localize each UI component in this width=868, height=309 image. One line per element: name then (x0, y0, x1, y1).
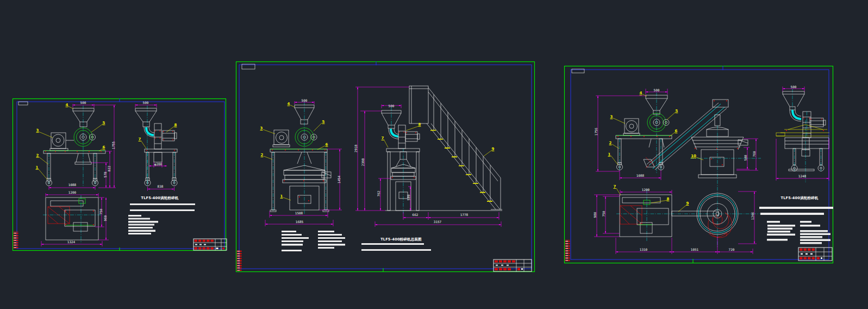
front-view (270, 102, 331, 214)
part-number-label: 8 (174, 123, 177, 127)
dimension-label: 500 (791, 85, 797, 89)
drawing-sheet-3: TLF5-400涡轮粉碎机 50017561088588760500124812… (564, 66, 833, 263)
dimension-label: 500 (302, 98, 308, 102)
dimension-label: φ200 (154, 162, 162, 166)
part-label-leaders (38, 106, 174, 180)
plan-view (41, 193, 109, 246)
part-number-label: 2 (36, 153, 39, 158)
dimension-label: 980 (593, 212, 597, 218)
dimension-label: 589 (407, 195, 410, 201)
part-number-label: 3 (610, 115, 613, 119)
side-view-dimensions (135, 104, 174, 191)
dimension-label: 500 (80, 101, 86, 104)
dimension-label: 750 (602, 211, 605, 217)
dimension-label: 1248 (798, 174, 806, 178)
dimension-label: 3157 (434, 220, 441, 224)
revision-strip (14, 231, 20, 249)
dimension-label: 1088 (68, 183, 76, 187)
dimension-label: 1454 (337, 176, 341, 183)
part-number-label: 1 (280, 194, 283, 199)
dimension-label: 1051 (691, 248, 698, 251)
dimension-label: 822 (107, 166, 111, 172)
dimension-label: 1088 (636, 174, 644, 177)
dimension-label: 662 (413, 213, 419, 217)
part-number-label: 6 (675, 129, 678, 133)
dimension-label: 2918 (354, 145, 358, 152)
part-number-label: 1 (36, 165, 39, 170)
part-number-label: 2 (261, 153, 264, 157)
dimension-label: 1508 (295, 211, 303, 215)
part-number-label: 7 (139, 137, 141, 141)
part-number-label: 5 (103, 121, 105, 125)
dimension-label: 1200 (642, 188, 650, 191)
dimension-label: 588 (744, 155, 747, 161)
title-block (494, 259, 532, 271)
part-number-label: 8 (419, 122, 421, 127)
front-view (43, 106, 105, 187)
dimension-label: 1246 (751, 212, 754, 220)
dimension-label: 2398 (361, 158, 365, 166)
drawing-title: TLF5-400粉碎机总装图 (380, 237, 422, 242)
part-number-label: 7 (614, 184, 616, 189)
border-frame (13, 98, 226, 251)
revision-strip (237, 250, 243, 271)
dimension-label: 1756 (594, 128, 598, 135)
part-number-label: 7 (382, 136, 384, 140)
screw-conveyor (644, 100, 728, 170)
dimension-label: 578 (103, 172, 107, 178)
drawing-sheet-2: TLF5-400粉碎机总装图 5001454150816852918239850… (236, 61, 535, 272)
title-block (798, 248, 832, 261)
drawing-label-box (18, 102, 28, 105)
part-number-label: 4 (288, 102, 290, 106)
dimension-label: 500 (654, 88, 660, 92)
part-number-label: 1 (608, 152, 611, 157)
drawing-sheet-1: TLF5-400涡轮粉碎机 50010881200578822175575096… (13, 98, 226, 251)
dimension-label: 838 (158, 184, 164, 188)
dimension-label: 720 (729, 248, 735, 251)
part-number-label: 3 (260, 126, 263, 131)
part-number-label: 4 (66, 103, 68, 107)
dimension-label: 1778 (460, 213, 468, 217)
plan-view (616, 190, 760, 241)
part-number-label: 4 (640, 91, 642, 95)
dimension-label: 760 (752, 151, 756, 157)
dimension-label: 960 (103, 215, 107, 221)
part-number-label: 9 (686, 201, 689, 206)
right-view (776, 86, 829, 182)
dimension-label: 1324 (67, 240, 75, 244)
part-number-label: 3 (36, 128, 39, 133)
sheet-1-art (13, 98, 226, 251)
front-view-dimensions (265, 101, 342, 226)
dimension-label: 1685 (296, 220, 303, 224)
part-number-label: 5 (322, 120, 325, 124)
revision-strip (565, 239, 571, 262)
dimension-label: 750 (99, 209, 103, 215)
side-view (382, 107, 502, 214)
notes-text-bars (759, 207, 833, 244)
part-number-label: 10 (691, 154, 696, 158)
cad-viewport: TLF5-400涡轮粉碎机 50010881200578822175575096… (0, 0, 868, 309)
dimension-label: 500 (389, 104, 395, 108)
part-number-label: 6 (326, 143, 328, 147)
staircase (409, 86, 502, 209)
part-number-label: 8 (667, 197, 670, 201)
dimension-label: 1200 (68, 190, 76, 194)
notes-text-bars (128, 203, 195, 234)
part-number-label: 9 (492, 147, 495, 151)
dimension-label: 1310 (640, 248, 647, 251)
dimension-label: 500 (143, 101, 149, 104)
part-number-label: 6 (103, 145, 105, 150)
side-view (135, 106, 177, 187)
part-number-label: 2 (609, 141, 612, 145)
part-number-label: 5 (676, 109, 678, 113)
drawing-title: TLF5-400涡轮粉碎机 (141, 196, 179, 201)
part-label-leaders (611, 94, 703, 212)
front-view (616, 92, 672, 174)
drawing-title: TLF5-400涡轮粉碎机 (781, 196, 819, 201)
sheet-3-art (564, 66, 833, 263)
dimension-label: 1755 (111, 141, 115, 149)
dimension-label: 762 (377, 191, 380, 197)
